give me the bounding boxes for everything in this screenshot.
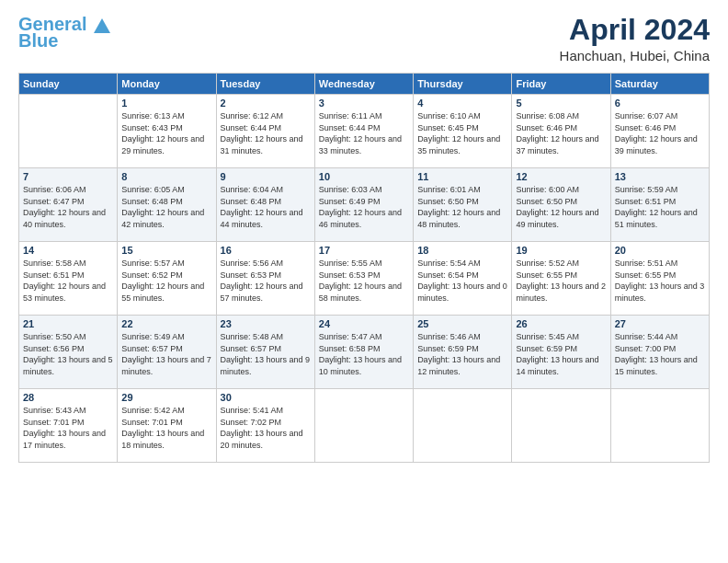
- table-row: 26Sunrise: 5:45 AMSunset: 6:59 PMDayligh…: [512, 316, 610, 389]
- day-info: Sunrise: 5:59 AMSunset: 6:51 PMDaylight:…: [615, 184, 705, 230]
- table-row: 15Sunrise: 5:57 AMSunset: 6:52 PMDayligh…: [118, 242, 216, 316]
- table-row: 3Sunrise: 6:11 AMSunset: 6:44 PMDaylight…: [314, 95, 413, 168]
- day-number: 1: [121, 98, 211, 109]
- day-number: 12: [516, 171, 606, 182]
- day-info: Sunrise: 6:05 AMSunset: 6:48 PMDaylight:…: [121, 184, 211, 230]
- table-row: 30Sunrise: 5:41 AMSunset: 7:02 PMDayligh…: [216, 389, 314, 463]
- th-thursday: Thursday: [414, 74, 512, 95]
- day-info: Sunrise: 5:42 AMSunset: 7:01 PMDaylight:…: [121, 405, 211, 451]
- calendar-week-row: 28Sunrise: 5:43 AMSunset: 7:01 PMDayligh…: [19, 389, 710, 463]
- day-info: Sunrise: 5:54 AMSunset: 6:54 PMDaylight:…: [417, 258, 507, 304]
- day-number: 20: [615, 245, 705, 256]
- day-number: 26: [516, 318, 606, 329]
- logo: General Blue: [18, 14, 110, 52]
- table-row: [610, 389, 709, 463]
- day-info: Sunrise: 5:49 AMSunset: 6:57 PMDaylight:…: [121, 331, 211, 377]
- day-info: Sunrise: 6:00 AMSunset: 6:50 PMDaylight:…: [516, 184, 606, 230]
- day-number: 27: [615, 318, 705, 329]
- table-row: 13Sunrise: 5:59 AMSunset: 6:51 PMDayligh…: [610, 168, 709, 242]
- day-number: 29: [121, 392, 211, 403]
- day-info: Sunrise: 5:46 AMSunset: 6:59 PMDaylight:…: [417, 331, 507, 377]
- table-row: 16Sunrise: 5:56 AMSunset: 6:53 PMDayligh…: [216, 242, 314, 316]
- logo-icon: [94, 17, 110, 34]
- day-info: Sunrise: 5:43 AMSunset: 7:01 PMDaylight:…: [23, 405, 113, 451]
- table-row: 9Sunrise: 6:04 AMSunset: 6:48 PMDaylight…: [216, 168, 314, 242]
- day-info: Sunrise: 5:56 AMSunset: 6:53 PMDaylight:…: [221, 258, 311, 304]
- day-number: 3: [319, 98, 409, 109]
- day-info: Sunrise: 5:41 AMSunset: 7:02 PMDaylight:…: [221, 405, 311, 451]
- table-row: 5Sunrise: 6:08 AMSunset: 6:46 PMDaylight…: [512, 95, 610, 168]
- day-info: Sunrise: 6:04 AMSunset: 6:48 PMDaylight:…: [221, 184, 311, 230]
- day-info: Sunrise: 6:06 AMSunset: 6:47 PMDaylight:…: [23, 184, 113, 230]
- table-row: 7Sunrise: 6:06 AMSunset: 6:47 PMDaylight…: [19, 168, 118, 242]
- day-number: 11: [417, 171, 507, 182]
- page: General Blue April 2024 Hanchuan, Hubei,…: [0, 0, 728, 563]
- day-info: Sunrise: 6:08 AMSunset: 6:46 PMDaylight:…: [516, 110, 606, 156]
- location: Hanchuan, Hubei, China: [560, 48, 710, 63]
- table-row: [19, 95, 118, 168]
- table-row: 1Sunrise: 6:13 AMSunset: 6:43 PMDaylight…: [118, 95, 216, 168]
- day-number: 23: [221, 318, 311, 329]
- table-row: 10Sunrise: 6:03 AMSunset: 6:49 PMDayligh…: [314, 168, 413, 242]
- th-sunday: Sunday: [19, 74, 118, 95]
- day-number: 19: [516, 245, 606, 256]
- day-number: 6: [615, 98, 705, 109]
- day-info: Sunrise: 6:12 AMSunset: 6:44 PMDaylight:…: [221, 110, 311, 156]
- day-info: Sunrise: 5:55 AMSunset: 6:53 PMDaylight:…: [319, 258, 409, 304]
- th-friday: Friday: [512, 74, 610, 95]
- th-wednesday: Wednesday: [314, 74, 413, 95]
- table-row: 8Sunrise: 6:05 AMSunset: 6:48 PMDaylight…: [118, 168, 216, 242]
- calendar-week-row: 7Sunrise: 6:06 AMSunset: 6:47 PMDaylight…: [19, 168, 710, 242]
- day-number: 24: [319, 318, 409, 329]
- table-row: 17Sunrise: 5:55 AMSunset: 6:53 PMDayligh…: [314, 242, 413, 316]
- table-row: 2Sunrise: 6:12 AMSunset: 6:44 PMDaylight…: [216, 95, 314, 168]
- table-row: [512, 389, 610, 463]
- day-number: 30: [221, 392, 311, 403]
- header: General Blue April 2024 Hanchuan, Hubei,…: [18, 14, 710, 63]
- day-info: Sunrise: 6:01 AMSunset: 6:50 PMDaylight:…: [417, 184, 507, 230]
- day-number: 2: [221, 98, 311, 109]
- day-info: Sunrise: 5:47 AMSunset: 6:58 PMDaylight:…: [319, 331, 409, 377]
- day-info: Sunrise: 6:07 AMSunset: 6:46 PMDaylight:…: [615, 110, 705, 156]
- title-block: April 2024 Hanchuan, Hubei, China: [560, 14, 710, 63]
- day-number: 13: [615, 171, 705, 182]
- header-row: Sunday Monday Tuesday Wednesday Thursday…: [19, 74, 710, 95]
- day-number: 25: [417, 318, 507, 329]
- day-info: Sunrise: 5:48 AMSunset: 6:57 PMDaylight:…: [221, 331, 311, 377]
- day-info: Sunrise: 5:51 AMSunset: 6:55 PMDaylight:…: [615, 258, 705, 304]
- th-saturday: Saturday: [610, 74, 709, 95]
- day-info: Sunrise: 6:10 AMSunset: 6:45 PMDaylight:…: [417, 110, 507, 156]
- table-row: 19Sunrise: 5:52 AMSunset: 6:55 PMDayligh…: [512, 242, 610, 316]
- day-number: 14: [23, 245, 113, 256]
- table-row: 27Sunrise: 5:44 AMSunset: 7:00 PMDayligh…: [610, 316, 709, 389]
- day-info: Sunrise: 6:13 AMSunset: 6:43 PMDaylight:…: [121, 110, 211, 156]
- month-title: April 2024: [560, 14, 710, 46]
- table-row: 6Sunrise: 6:07 AMSunset: 6:46 PMDaylight…: [610, 95, 709, 168]
- table-row: 12Sunrise: 6:00 AMSunset: 6:50 PMDayligh…: [512, 168, 610, 242]
- table-row: [414, 389, 512, 463]
- table-row: 29Sunrise: 5:42 AMSunset: 7:01 PMDayligh…: [118, 389, 216, 463]
- day-number: 15: [121, 245, 211, 256]
- day-number: 9: [221, 171, 311, 182]
- table-row: [314, 389, 413, 463]
- day-number: 17: [319, 245, 409, 256]
- table-row: 21Sunrise: 5:50 AMSunset: 6:56 PMDayligh…: [19, 316, 118, 389]
- day-number: 21: [23, 318, 113, 329]
- calendar-table: Sunday Monday Tuesday Wednesday Thursday…: [18, 73, 710, 463]
- table-row: 14Sunrise: 5:58 AMSunset: 6:51 PMDayligh…: [19, 242, 118, 316]
- day-number: 28: [23, 392, 113, 403]
- day-info: Sunrise: 5:45 AMSunset: 6:59 PMDaylight:…: [516, 331, 606, 377]
- table-row: 28Sunrise: 5:43 AMSunset: 7:01 PMDayligh…: [19, 389, 118, 463]
- calendar-week-row: 1Sunrise: 6:13 AMSunset: 6:43 PMDaylight…: [19, 95, 710, 168]
- calendar-week-row: 14Sunrise: 5:58 AMSunset: 6:51 PMDayligh…: [19, 242, 710, 316]
- table-row: 25Sunrise: 5:46 AMSunset: 6:59 PMDayligh…: [414, 316, 512, 389]
- table-row: 22Sunrise: 5:49 AMSunset: 6:57 PMDayligh…: [118, 316, 216, 389]
- day-number: 22: [121, 318, 211, 329]
- th-tuesday: Tuesday: [216, 74, 314, 95]
- day-info: Sunrise: 5:57 AMSunset: 6:52 PMDaylight:…: [121, 258, 211, 304]
- day-number: 10: [319, 171, 409, 182]
- logo-blue: Blue: [18, 30, 58, 52]
- day-info: Sunrise: 5:58 AMSunset: 6:51 PMDaylight:…: [23, 258, 113, 304]
- day-number: 16: [221, 245, 311, 256]
- day-info: Sunrise: 5:44 AMSunset: 7:00 PMDaylight:…: [615, 331, 705, 377]
